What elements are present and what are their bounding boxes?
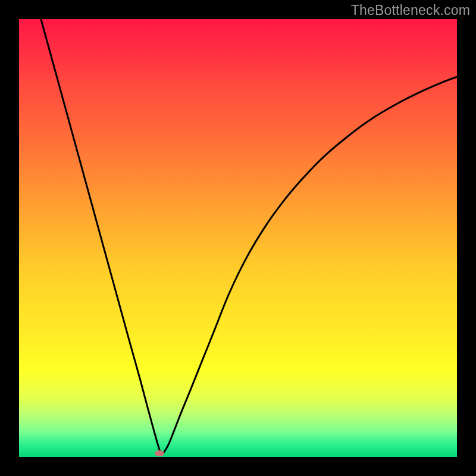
watermark-text: TheBottleneck.com	[351, 2, 470, 18]
chart-frame: TheBottleneck.com	[0, 0, 476, 476]
bottleneck-curve	[19, 19, 457, 457]
optimum-marker	[155, 450, 164, 456]
plot-area	[19, 19, 457, 457]
